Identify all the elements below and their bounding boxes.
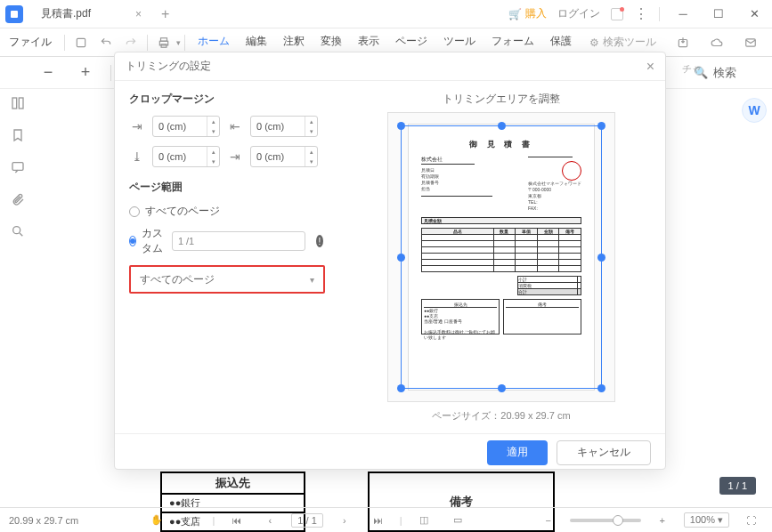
notification-icon[interactable] [611,8,623,20]
crop-frame[interactable] [401,125,602,389]
cancel-button[interactable]: キャンセル [557,440,651,465]
capture-label: チャ [682,62,702,76]
minimize-button[interactable]: ─ [670,4,695,24]
svg-rect-7 [12,98,17,109]
document-tab[interactable]: 見積書.pdf × [30,3,152,25]
svg-rect-0 [11,11,18,18]
svg-rect-9 [12,163,23,171]
apply-button[interactable]: 適用 [487,440,548,465]
redo-icon[interactable] [118,31,143,54]
word-export-icon[interactable]: W [742,98,767,123]
zoom-out-status-icon[interactable]: − [536,509,561,532]
radio-all-pages[interactable]: すべてのページ [129,204,323,219]
margin-bottom-icon: ⤓ [129,149,145,164]
close-tab-icon[interactable]: × [135,8,142,20]
hand-tool-icon[interactable]: ✋ [144,509,169,532]
margin-right-input[interactable]: 0 (cm)▴▾ [250,146,318,167]
thumbnails-icon[interactable] [11,96,25,110]
tab-filename: 見積書.pdf [41,6,91,21]
crop-handle-l[interactable] [397,254,405,262]
app-icon [5,5,23,23]
more-menu-icon[interactable]: ⋮ [634,5,648,22]
svg-rect-1 [77,38,85,46]
zoom-out-icon[interactable]: − [36,61,61,85]
margin-left-input[interactable]: 0 (cm)▴▾ [250,116,318,137]
new-tab-button[interactable]: + [161,6,169,22]
page-range-dropdown[interactable]: すべてのページ ▾ [129,265,325,294]
crop-preview[interactable]: 御 見 積 書 株式会社 見積日有効期限見積番号担当 株式会社マネーフォワード〒… [387,112,615,402]
zoom-value[interactable]: 100% ▾ [684,512,729,528]
crop-handle-tl[interactable] [397,122,405,130]
cloud-icon[interactable] [704,31,729,54]
margin-top-icon: ⇥ [129,119,145,133]
crop-handle-tr[interactable] [597,122,605,130]
trim-settings-dialog: トリミングの設定 × クロップマージン ⇥ 0 (cm)▴▾ ⇤ 0 (cm)▴… [114,52,666,470]
zoom-in-icon[interactable]: + [73,61,98,85]
fullscreen-icon[interactable]: ⛶ [738,509,763,532]
crop-handle-t[interactable] [498,122,506,130]
svg-rect-8 [19,98,23,109]
page-input[interactable]: 1 / 1 [291,513,322,528]
fitwidth-icon[interactable]: ▭ [445,509,470,532]
page-size-label: ページサイズ：20.99 x 29.7 cm [432,409,570,423]
undo-icon[interactable] [93,31,118,54]
crop-margin-heading: クロップマージン [129,92,323,107]
login-link[interactable]: ログイン [557,6,600,21]
page-range-heading: ページ範囲 [129,180,323,195]
fitpage-icon[interactable]: ◫ [411,509,436,532]
comment-icon[interactable] [11,160,25,174]
margin-bottom-input[interactable]: 0 (cm)▴▾ [152,146,220,167]
cart-icon: 🛒 [508,8,522,20]
last-page-icon[interactable]: ⏭ [366,509,391,532]
mail-icon[interactable] [738,31,763,54]
chevron-down-icon: ▾ [310,275,314,285]
crop-handle-br[interactable] [597,384,605,392]
zoom-thumb[interactable] [613,515,623,526]
first-page-icon[interactable]: ⏮ [223,509,248,532]
attachment-icon[interactable] [11,192,25,206]
share-icon[interactable] [670,31,695,54]
radio-custom-pages[interactable]: カスタム ! [129,226,323,256]
next-page-icon[interactable]: › [332,509,357,532]
page-indicator-badge: 1 / 1 [719,477,756,495]
bookmark-icon[interactable] [11,128,25,142]
crop-handle-b[interactable] [498,384,506,392]
file-menu[interactable]: ファイル [0,35,61,50]
svg-point-10 [13,227,20,234]
margin-top-input[interactable]: 0 (cm)▴▾ [152,116,220,137]
buy-link[interactable]: 🛒 購入 [508,6,547,21]
status-dimensions: 20.99 x 29.7 cm [9,515,78,526]
crop-handle-r[interactable] [597,254,605,262]
close-window-button[interactable]: ✕ [742,4,767,24]
close-modal-icon[interactable]: × [646,59,654,75]
save-icon[interactable] [69,31,93,54]
select-tool-icon[interactable]: ⬚ [178,509,203,532]
margin-right-icon: ⇥ [227,149,243,164]
print-icon[interactable] [151,31,176,54]
gear-icon: ⚙ [589,36,599,49]
preview-heading: トリミングエリアを調整 [443,92,560,107]
search-panel-icon[interactable] [11,224,25,238]
zoom-slider[interactable] [570,519,641,522]
margin-left-icon: ⇤ [227,119,243,133]
maximize-button[interactable]: ☐ [706,4,731,24]
custom-page-input[interactable] [172,231,305,251]
prev-page-icon[interactable]: ‹ [257,509,282,532]
modal-title: トリミングの設定 [126,59,211,74]
info-icon: ! [316,235,323,247]
crop-handle-bl[interactable] [397,384,405,392]
search-tool[interactable]: ⚙ 検索ツール [589,35,656,50]
zoom-in-status-icon[interactable]: + [650,509,675,532]
